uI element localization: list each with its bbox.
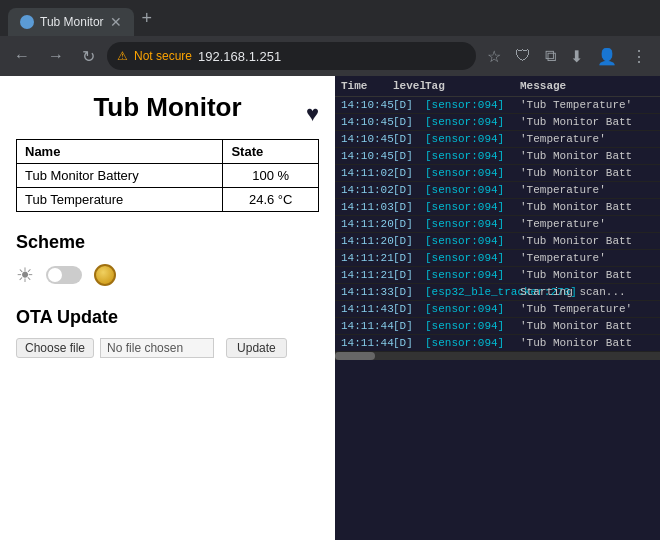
browser-tab[interactable]: Tub Monitor ✕	[8, 8, 134, 36]
choose-file-button[interactable]: Choose file	[16, 338, 94, 358]
log-tag: [sensor:094]	[425, 252, 520, 264]
extension-button[interactable]: 🛡	[510, 43, 536, 69]
col-name: Name	[17, 140, 223, 164]
log-tag: [sensor:094]	[425, 218, 520, 230]
log-message: 'Tub Monitor Batt	[520, 269, 654, 281]
log-time: 14:11:20	[341, 235, 393, 247]
log-level: [D]	[393, 133, 425, 145]
log-tag: [sensor:094]	[425, 269, 520, 281]
tab-bar: Tub Monitor ✕ +	[0, 0, 660, 36]
extension2-button[interactable]: ⧉	[540, 43, 561, 69]
forward-button[interactable]: →	[42, 43, 70, 69]
log-level: [D]	[393, 184, 425, 196]
refresh-button[interactable]: ↻	[76, 43, 101, 70]
log-row: 14:11:20[D][sensor:094]'Temperature'	[335, 216, 660, 233]
log-message: 'Tub Temperature'	[520, 303, 654, 315]
profile-button[interactable]: 👤	[592, 43, 622, 70]
log-level: [D]	[393, 116, 425, 128]
sun-icon: ☀	[16, 263, 34, 287]
ota-section-title: OTA Update	[16, 307, 319, 328]
ota-row: Choose file No file chosen Update	[16, 338, 319, 358]
log-header: Time level Tag Message	[335, 76, 660, 97]
log-time: 14:11:44	[341, 337, 393, 349]
nav-bar: ← → ↻ ⚠ Not secure 192.168.1.251 ☆ 🛡 ⧉ ⬇…	[0, 36, 660, 76]
file-chooser: Choose file No file chosen	[16, 338, 220, 358]
log-tag: [sensor:094]	[425, 184, 520, 196]
log-message: 'Tub Monitor Batt	[520, 150, 654, 162]
log-col-msg: Message	[520, 80, 654, 92]
security-warning-text: Not secure	[134, 49, 192, 63]
log-rows: 14:10:45[D][sensor:094]'Tub Temperature'…	[335, 97, 660, 352]
log-time: 14:11:43	[341, 303, 393, 315]
log-time: 14:10:45	[341, 150, 393, 162]
log-tag: [sensor:094]	[425, 337, 520, 349]
horizontal-scrollbar[interactable]	[335, 352, 660, 360]
log-tag: [sensor:094]	[425, 201, 520, 213]
tab-label: Tub Monitor	[40, 15, 104, 29]
log-level: [D]	[393, 252, 425, 264]
log-level: [D]	[393, 150, 425, 162]
log-row: 14:11:02[D][sensor:094]'Temperature'	[335, 182, 660, 199]
scheme-section-title: Scheme	[16, 232, 319, 253]
heart-icon[interactable]: ♥	[306, 101, 319, 127]
log-row: 14:11:21[D][sensor:094]'Tub Monitor Batt	[335, 267, 660, 284]
log-message: 'Temperature'	[520, 184, 654, 196]
page-inner: Tub Monitor ♥ Name State Tub Monitor Bat…	[0, 76, 660, 540]
log-level: [D]	[393, 303, 425, 315]
log-row: 14:11:44[D][sensor:094]'Tub Monitor Batt	[335, 318, 660, 335]
log-tag: [sensor:094]	[425, 303, 520, 315]
menu-button[interactable]: ⋮	[626, 43, 652, 70]
log-message: 'Tub Temperature'	[520, 99, 654, 111]
no-file-label: No file chosen	[100, 338, 214, 358]
sensor-state: 24.6 °C	[223, 188, 319, 212]
new-tab-button[interactable]: +	[134, 2, 161, 35]
log-time: 14:10:45	[341, 133, 393, 145]
log-message: 'Tub Monitor Batt	[520, 235, 654, 247]
log-row: 14:11:33[D][esp32_ble_tracker:270]Starti…	[335, 284, 660, 301]
log-message: 'Tub Monitor Batt	[520, 337, 654, 349]
log-level: [D]	[393, 269, 425, 281]
log-row: 14:10:45[D][sensor:094]'Tub Monitor Batt	[335, 114, 660, 131]
log-message: 'Tub Monitor Batt	[520, 320, 654, 332]
log-panel: Time level Tag Message 14:10:45[D][senso…	[335, 76, 660, 540]
log-message: 'Tub Monitor Batt	[520, 167, 654, 179]
log-row: 14:11:03[D][sensor:094]'Tub Monitor Batt	[335, 199, 660, 216]
log-tag: [sensor:094]	[425, 150, 520, 162]
log-level: [D]	[393, 320, 425, 332]
log-message: 'Temperature'	[520, 133, 654, 145]
log-message: 'Tub Monitor Batt	[520, 116, 654, 128]
log-time: 14:11:33	[341, 286, 393, 298]
log-tag: [sensor:094]	[425, 116, 520, 128]
log-time: 14:11:20	[341, 218, 393, 230]
log-level: [D]	[393, 99, 425, 111]
tab-close-button[interactable]: ✕	[110, 14, 122, 30]
table-row: Tub Monitor Battery100 %	[17, 164, 319, 188]
col-state: State	[223, 140, 319, 164]
sensor-state: 100 %	[223, 164, 319, 188]
table-row: Tub Temperature24.6 °C	[17, 188, 319, 212]
update-button[interactable]: Update	[226, 338, 287, 358]
download-button[interactable]: ⬇	[565, 43, 588, 70]
log-tag: [sensor:094]	[425, 320, 520, 332]
bookmark-button[interactable]: ☆	[482, 43, 506, 70]
sensor-name: Tub Temperature	[17, 188, 223, 212]
log-message: Starting scan...	[520, 286, 654, 298]
page-title: Tub Monitor	[16, 92, 319, 123]
log-time: 14:11:02	[341, 184, 393, 196]
address-bar[interactable]: ⚠ Not secure 192.168.1.251	[107, 42, 476, 70]
security-warning-icon: ⚠	[117, 49, 128, 63]
log-tag: [sensor:094]	[425, 235, 520, 247]
coin-icon	[94, 264, 116, 286]
page-content: Tub Monitor ♥ Name State Tub Monitor Bat…	[0, 76, 660, 540]
tab-favicon	[20, 15, 34, 29]
nav-actions: ☆ 🛡 ⧉ ⬇ 👤 ⋮	[482, 43, 652, 70]
log-level: [D]	[393, 337, 425, 349]
log-time: 14:11:21	[341, 269, 393, 281]
log-col-level: level	[393, 80, 425, 92]
back-button[interactable]: ←	[8, 43, 36, 69]
log-level: [D]	[393, 167, 425, 179]
log-tag: [sensor:094]	[425, 133, 520, 145]
scrollbar-thumb[interactable]	[335, 352, 375, 360]
scheme-toggle[interactable]	[46, 266, 82, 284]
log-row: 14:11:20[D][sensor:094]'Tub Monitor Batt	[335, 233, 660, 250]
